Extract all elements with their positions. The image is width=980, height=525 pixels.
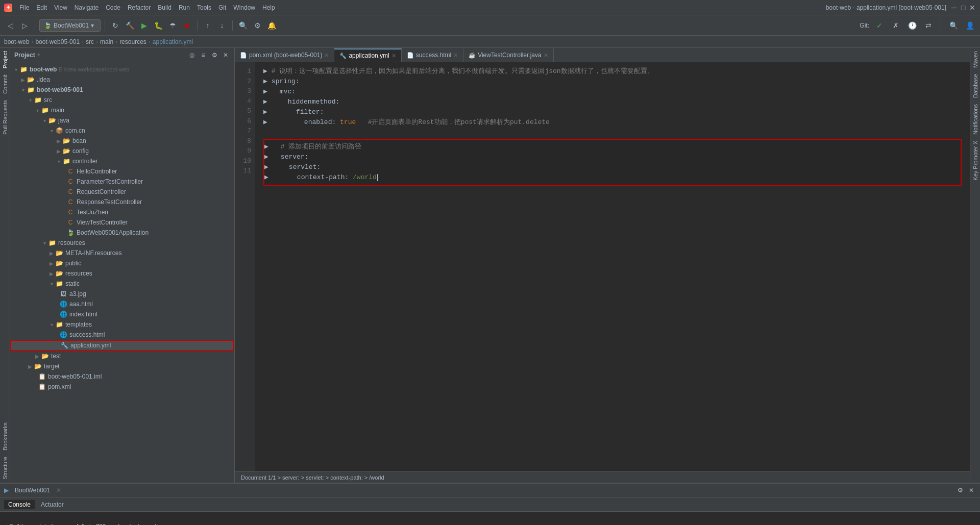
tree-item-templates[interactable]: ▾ 📁 templates xyxy=(10,319,234,330)
menu-tools[interactable]: Tools xyxy=(194,3,214,12)
tree-item-java[interactable]: ▾ 📂 java xyxy=(10,115,234,126)
refresh-button[interactable]: ↻ xyxy=(109,19,121,32)
notifications-button[interactable]: 🔔 xyxy=(265,19,278,32)
tree-item-resources[interactable]: ▾ 📁 resources xyxy=(10,238,234,248)
search-everywhere-button[interactable]: 🔍 xyxy=(947,19,960,32)
menu-refactor[interactable]: Refactor xyxy=(125,3,154,12)
bookmarks-tab-label[interactable]: Bookmarks xyxy=(0,419,10,454)
run-minimize-btn[interactable]: ✕ xyxy=(967,486,976,495)
panel-dropdown-icon[interactable]: ▾ xyxy=(37,52,40,58)
breadcrumb-main[interactable]: main xyxy=(100,38,113,45)
tree-item-comcn[interactable]: ▾ 📦 com.cn xyxy=(10,126,234,136)
breadcrumb-resources[interactable]: resources xyxy=(119,38,146,45)
tree-item-static[interactable]: ▾ 📁 static xyxy=(10,279,234,289)
tree-item-hello[interactable]: C HelloController xyxy=(10,166,234,177)
key-promoter-tab-label[interactable]: Key Promoter X xyxy=(970,138,980,184)
forward-button[interactable]: ▷ xyxy=(18,19,31,32)
menu-code[interactable]: Code xyxy=(103,3,124,12)
panel-collapse-btn[interactable]: ≡ xyxy=(199,51,208,60)
tab-close-applicationyml[interactable]: ✕ xyxy=(391,53,396,59)
maven-tab-label[interactable]: Maven xyxy=(970,48,980,71)
tree-item-meta[interactable]: ▶ 📂 META-INF.resources xyxy=(10,248,234,258)
breadcrumb-module[interactable]: boot-web05-001 xyxy=(35,38,80,45)
git-x-button[interactable]: ✗ xyxy=(890,19,902,32)
console-tab[interactable]: Console xyxy=(4,500,35,509)
git-pull-button[interactable]: ↓ xyxy=(216,19,228,32)
tree-item-controller[interactable]: ▾ 📁 controller xyxy=(10,156,234,166)
commit-tab-label[interactable]: Commit xyxy=(0,71,10,97)
run-tab-close[interactable]: ✕ xyxy=(56,487,61,494)
menu-edit[interactable]: Edit xyxy=(33,3,50,12)
tree-item-aaahtml[interactable]: 🌐 aaa.html xyxy=(10,299,234,309)
structure-tab-label[interactable]: Structure xyxy=(0,454,10,483)
close-button[interactable]: ✕ xyxy=(969,4,976,11)
menu-run[interactable]: Run xyxy=(176,3,193,12)
menu-view[interactable]: View xyxy=(51,3,70,12)
tab-viewtest[interactable]: ☕ ViewTestController.java ✕ xyxy=(463,48,554,62)
debug-button[interactable]: 🐛 xyxy=(152,19,164,32)
tree-item-indexhtml[interactable]: 🌐 index.html xyxy=(10,309,234,319)
run-config-selector[interactable]: 🍃 BootWeb001 ▾ xyxy=(39,19,101,32)
tree-item-pomxml[interactable]: 📋 pom.xml xyxy=(10,382,234,392)
breadcrumb-root[interactable]: boot-web xyxy=(4,38,29,45)
tree-item-response[interactable]: C ResponseTestController xyxy=(10,197,234,207)
tree-item-boot-web[interactable]: ▾ 📁 boot-web E:\idea-workspace\boot-web xyxy=(10,64,234,74)
settings-button[interactable]: ⚙ xyxy=(251,19,263,32)
coverage-button[interactable]: ☂ xyxy=(166,19,179,32)
search-button[interactable]: 🔍 xyxy=(237,19,249,32)
profile-button[interactable]: 👤 xyxy=(964,19,976,32)
tab-applicationyml[interactable]: 🔧 application.yml ✕ xyxy=(334,48,401,62)
panel-locate-btn[interactable]: ◎ xyxy=(187,51,197,60)
menu-window[interactable]: Window xyxy=(230,3,258,12)
menu-file[interactable]: File xyxy=(16,3,32,12)
build-button[interactable]: 🔨 xyxy=(124,19,136,32)
code-content[interactable]: ▶ # 说明：这一项配置是选择性开启，因为如果是前后端分离，我们不做前端开发。只… xyxy=(255,62,970,471)
run-button[interactable]: ▶ xyxy=(138,19,150,32)
notifications-tab-label[interactable]: Notifications xyxy=(970,101,980,138)
database-tab-label[interactable]: Database xyxy=(970,71,980,101)
tab-close-viewtest[interactable]: ✕ xyxy=(544,52,548,59)
run-settings-btn[interactable]: ⚙ xyxy=(955,486,965,495)
menu-help[interactable]: Help xyxy=(259,3,278,12)
tab-close-successhtml[interactable]: ✕ xyxy=(453,52,458,59)
panel-close-btn[interactable]: ✕ xyxy=(221,51,230,60)
tree-item-param[interactable]: C ParameterTestController xyxy=(10,177,234,187)
menu-build[interactable]: Build xyxy=(155,3,175,12)
tab-successhtml[interactable]: 📄 success.html ✕ xyxy=(402,48,463,62)
pull-requests-tab-label[interactable]: Pull Requests xyxy=(0,97,10,138)
tree-item-a3jpg[interactable]: 🖼 a3.jpg xyxy=(10,289,234,299)
tab-close-pomxml[interactable]: ✕ xyxy=(324,52,329,59)
tab-pomxml[interactable]: 📄 pom.xml (boot-web05-001) ✕ xyxy=(235,48,334,62)
tree-item-bean[interactable]: ▶ 📂 bean xyxy=(10,136,234,146)
git-push-button[interactable]: ↑ xyxy=(202,19,214,32)
tree-item-iml[interactable]: 📋 boot-web05-001.iml xyxy=(10,371,234,382)
maximize-button[interactable]: □ xyxy=(960,4,967,11)
back-button[interactable]: ◁ xyxy=(4,19,16,32)
stop-button[interactable]: ■ xyxy=(181,19,193,32)
tree-item-target[interactable]: ▶ 📂 target xyxy=(10,361,234,371)
tree-item-resources-inner[interactable]: ▶ 📂 resources xyxy=(10,268,234,279)
minimize-button[interactable]: ─ xyxy=(950,4,958,11)
git-clock-button[interactable]: 🕐 xyxy=(906,19,918,32)
tree-item-viewtest[interactable]: C ViewTestController xyxy=(10,217,234,228)
tree-item-public[interactable]: ▶ 📂 public xyxy=(10,258,234,268)
git-check-button[interactable]: ✓ xyxy=(873,19,886,32)
actuator-tab[interactable]: Actuator xyxy=(37,500,68,509)
code-editor[interactable]: 1 2 3 4 5 6 7 8 9 10 11 ▶ # 说明：这一项配置是选择性… xyxy=(235,62,970,471)
menu-navigate[interactable]: Navigate xyxy=(71,3,102,12)
run-tab-name[interactable]: BootWeb001 xyxy=(15,487,50,494)
tree-item-module[interactable]: ▾ 📁 boot-web05-001 xyxy=(10,85,234,95)
menu-git[interactable]: Git xyxy=(215,3,229,12)
tree-item-test[interactable]: ▶ 📂 test xyxy=(10,351,234,361)
tree-item-testjuzhen[interactable]: C TestJuZhen xyxy=(10,207,234,217)
tree-item-applicationyml[interactable]: 🔧 application.yml xyxy=(10,340,234,351)
tree-item-bootapp[interactable]: 🍃 BootWeb05001Application xyxy=(10,228,234,238)
tree-item-successhtml[interactable]: 🌐 success.html xyxy=(10,330,234,340)
tree-item-src[interactable]: ▾ 📁 src xyxy=(10,95,234,105)
panel-settings-btn[interactable]: ⚙ xyxy=(210,51,219,60)
tree-item-config[interactable]: ▶ 📂 config xyxy=(10,146,234,156)
project-tab-label[interactable]: Project xyxy=(0,48,10,71)
tree-item-request[interactable]: C RequestController xyxy=(10,187,234,197)
git-translate-button[interactable]: ⇄ xyxy=(922,19,935,32)
breadcrumb-src[interactable]: src xyxy=(86,38,94,45)
